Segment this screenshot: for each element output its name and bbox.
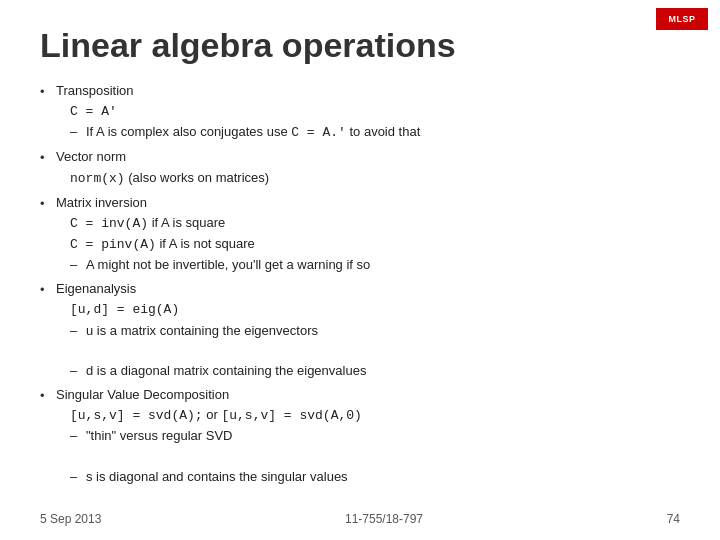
footer-page: 74	[667, 512, 680, 526]
bullet-marker: •	[40, 280, 56, 300]
bullet-marker: •	[40, 194, 56, 214]
bullet-transposition: • Transposition C = A' – If A is complex…	[40, 81, 680, 143]
bullet-eigenanalysis: • Eigenanalysis [u,d] = eig(A) – u is a …	[40, 279, 680, 381]
footer-date: 5 Sep 2013	[40, 512, 101, 526]
eigen-note2: – d is a diagonal matrix containing the …	[56, 361, 680, 381]
transposition-note: – If A is complex also conjugates use C …	[56, 122, 680, 143]
matrix-inv-line1: C = inv(A) if A is square	[56, 215, 225, 230]
bullet-label: Matrix inversion	[56, 195, 147, 210]
svd-code: [u,s,v] = svd(A); or [u,s,v] = svd(A,0)	[56, 407, 362, 422]
bullet-svd: • Singular Value Decomposition [u,s,v] =…	[40, 385, 680, 487]
bullet-vector-norm: • Vector norm norm(x) (also works on mat…	[40, 147, 680, 188]
bullet-marker: •	[40, 82, 56, 102]
logo: MLSP	[656, 8, 708, 30]
slide-content: • Transposition C = A' – If A is complex…	[40, 81, 680, 487]
slide-title: Linear algebra operations	[40, 26, 680, 65]
bullet-body: Singular Value Decomposition [u,s,v] = s…	[56, 385, 680, 487]
svd-note2: – s is diagonal and contains the singula…	[56, 467, 680, 487]
bullet-marker: •	[40, 148, 56, 168]
svd-note1: – "thin" versus regular SVD	[56, 426, 680, 446]
bullet-body: Matrix inversion C = inv(A) if A is squa…	[56, 193, 680, 276]
bullet-matrix-inversion: • Matrix inversion C = inv(A) if A is sq…	[40, 193, 680, 276]
bullet-body: Vector norm norm(x) (also works on matri…	[56, 147, 680, 188]
bullet-body: Eigenanalysis [u,d] = eig(A) – u is a ma…	[56, 279, 680, 381]
vector-norm-code: norm(x) (also works on matrices)	[56, 170, 269, 185]
transposition-code: C = A'	[56, 103, 117, 118]
eigen-code: [u,d] = eig(A)	[56, 301, 179, 316]
matrix-inv-line2: C = pinv(A) if A is not square	[56, 236, 255, 251]
bullet-label: Transposition	[56, 83, 134, 98]
bullet-marker: •	[40, 386, 56, 406]
slide: MLSP Linear algebra operations • Transpo…	[0, 0, 720, 540]
bullet-label: Singular Value Decomposition	[56, 387, 229, 402]
footer-course: 11-755/18-797	[345, 512, 423, 526]
eigen-note1: – u is a matrix containing the eigenvect…	[56, 321, 680, 341]
logo-text: MLSP	[668, 14, 695, 24]
matrix-inv-note: – A might not be invertible, you'll get …	[56, 255, 680, 275]
footer: 5 Sep 2013 11-755/18-797 74	[40, 512, 680, 526]
bullet-label: Eigenanalysis	[56, 281, 136, 296]
bullet-label: Vector norm	[56, 149, 126, 164]
bullet-body: Transposition C = A' – If A is complex a…	[56, 81, 680, 143]
